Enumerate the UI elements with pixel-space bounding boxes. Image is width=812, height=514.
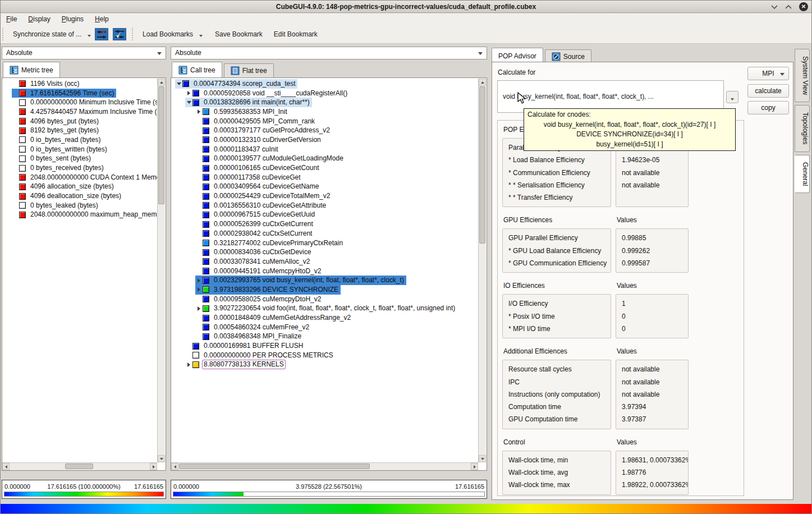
tree-item[interactable]: 0.00000169981 BUFFER FLUSH	[171, 341, 478, 351]
scrollbar-thumb[interactable]	[65, 463, 93, 469]
save-bookmark-button[interactable]: Save Bookmark	[210, 30, 267, 38]
expander-expanded-icon[interactable]	[185, 101, 192, 104]
tree-item[interactable]: 0.00138328696 int main(int, char**)	[171, 98, 478, 107]
scroll-down-icon[interactable]	[479, 455, 486, 462]
menu-file[interactable]: File	[6, 15, 17, 23]
tree-item[interactable]: 0 bytes_received (bytes)	[2, 163, 157, 173]
tree-item[interactable]: 0 bytes_leaked (bytes)	[2, 201, 157, 210]
tree-item[interactable]: 17.61616542596 Time (sec)	[2, 89, 157, 98]
tree-item[interactable]: 0.00000967515 cuDeviceGetUuid	[171, 210, 478, 220]
tree-item[interactable]: 3.90272230654 void foo(int, float, float…	[171, 304, 478, 314]
tree-item[interactable]: 0 bytes_sent (bytes)	[2, 154, 157, 164]
tree-item[interactable]: 0.00009445191 cuMemcpyHtoD_v2	[171, 267, 478, 276]
tree-item[interactable]: 0.00031797177 cuGetProcAddress_v2	[171, 126, 478, 135]
menu-plugins[interactable]: Plugins	[62, 15, 84, 23]
scroll-up-icon[interactable]	[158, 79, 165, 86]
tree-item[interactable]: 0.00384968348 MPI_Finalize	[171, 332, 478, 342]
tree-item[interactable]: 0.00001848409 cuMemGetAddressRange_v2	[171, 313, 478, 323]
expander-collapsed-icon[interactable]	[195, 278, 203, 283]
tree-item[interactable]: 0 io_bytes_read (bytes)	[2, 135, 157, 145]
minimize-icon[interactable]	[771, 4, 778, 9]
expander-collapsed-icon[interactable]	[195, 306, 203, 311]
tree-item[interactable]: 4096 allocation_size (bytes)	[2, 182, 157, 192]
expander-collapsed-icon[interactable]	[195, 287, 203, 292]
tree-item[interactable]: 4096 deallocation_size (bytes)	[2, 191, 157, 201]
menu-help[interactable]: Help	[95, 15, 109, 23]
tree-item[interactable]: 0.00047734394 scorep_cuda_test	[171, 79, 478, 89]
edit-bookmark-button[interactable]: Edit Bookmark	[269, 30, 322, 38]
chevron-down-icon[interactable]	[199, 35, 203, 37]
tree-item[interactable]: 0.00000834036 cuCtxGetDevice	[171, 247, 478, 257]
tab-call-tree[interactable]: Call tree	[172, 62, 222, 77]
tab-metric-tree[interactable]: Metric tree	[3, 62, 60, 77]
maximize-icon[interactable]	[785, 4, 792, 9]
tree-item[interactable]: 0.00136556310 cuDeviceGetAttribute	[171, 201, 478, 210]
tree-item[interactable]: 0.00000139577 cuModuleGetLoadingMode	[171, 154, 478, 164]
tree-item[interactable]: 0.00232993765 void busy_kernel(int, floa…	[171, 276, 478, 285]
scrollbar-thumb[interactable]	[479, 86, 485, 244]
expander-collapsed-icon[interactable]	[185, 91, 192, 95]
tree-item[interactable]: 0.00000526399 cuCtxGetCurrent	[171, 219, 478, 229]
side-tab-topologies[interactable]: Topologies	[795, 105, 810, 152]
side-tab-system-view[interactable]: System View	[795, 49, 810, 102]
scroll-left-icon[interactable]	[2, 463, 10, 470]
tree-item[interactable]: 1196 Visits (occ)	[2, 79, 157, 89]
expander-expanded-icon[interactable]	[175, 82, 182, 85]
sync-receive-button[interactable]	[112, 27, 127, 41]
tree-item[interactable]: 0.59935638353 MPI_Init	[171, 107, 478, 117]
scrollbar-thumb[interactable]	[158, 86, 164, 204]
tree-item[interactable]: 0.00054860324 cuMemFree_v2	[171, 323, 478, 332]
tree-item[interactable]: 3.97319833296 DEVICE SYNCHRONIZE	[171, 285, 478, 295]
cnode-dropdown-button[interactable]	[726, 91, 738, 103]
scroll-right-icon[interactable]	[471, 463, 478, 470]
tree-item[interactable]: 0.00033078341 cuMemAlloc_v2	[171, 257, 478, 267]
toolbar-handle[interactable]	[2, 28, 5, 40]
tab-flat-tree[interactable]: Flat tree	[224, 63, 274, 77]
sync-send-button[interactable]	[94, 27, 109, 41]
scroll-down-icon[interactable]	[158, 455, 165, 462]
scroll-right-icon[interactable]	[150, 463, 157, 470]
tree-item[interactable]: 0.00002938042 cuCtxSetCurrent	[171, 229, 478, 238]
tree-item[interactable]: 0.00009588025 cuMemcpyDtoH_v2	[171, 295, 478, 304]
calculate-button[interactable]: calculate	[747, 84, 789, 98]
tree-item[interactable]: 0.00000132310 cuDriverGetVersion	[171, 135, 478, 145]
metric-value-mode-combobox[interactable]: Absolute	[2, 47, 166, 59]
close-icon[interactable]: ✕	[799, 2, 808, 11]
tree-item[interactable]: 0.00000106165 cuDeviceGetCount	[171, 163, 478, 173]
tree-item[interactable]: 0.00000000000 Minimum Inclusive Time (s	[2, 98, 157, 107]
scroll-up-icon[interactable]	[479, 79, 486, 86]
tree-item[interactable]: 8.80807738133 KERNELS	[171, 360, 478, 370]
tree-item[interactable]: 0.32182774002 cuDevicePrimaryCtxRetain	[171, 238, 478, 248]
metric-horizontal-scrollbar[interactable]	[2, 462, 157, 470]
tree-item[interactable]: 0.00000429505 MPI_Comm_rank	[171, 117, 478, 126]
tree-item[interactable]: 0.00003409564 cuDeviceGetName	[171, 182, 478, 192]
chevron-down-icon[interactable]	[88, 35, 91, 37]
call-value-mode-combobox[interactable]: Absolute	[171, 47, 487, 59]
expander-collapsed-icon[interactable]	[195, 109, 203, 114]
tree-item[interactable]: 0.00000254429 cuDeviceTotalMem_v2	[171, 191, 478, 201]
tree-item[interactable]: 0.00001183437 cuInit	[171, 145, 478, 154]
metric-vertical-scrollbar[interactable]	[157, 79, 165, 462]
tree-item[interactable]: 0.00000000000 PER PROCESS METRICS	[171, 351, 478, 360]
tree-item[interactable]: 0.00000117358 cuDeviceGet	[171, 173, 478, 182]
tree-item[interactable]: 2048.00000000000 maximum_heap_memor	[2, 210, 157, 220]
scrollbar-thumb[interactable]	[179, 463, 370, 469]
tree-item[interactable]: 0 io_bytes_written (bytes)	[2, 145, 157, 154]
call-vertical-scrollbar[interactable]	[478, 79, 486, 462]
load-bookmarks-button[interactable]: Load Bookmarks	[138, 30, 198, 38]
paradigm-combobox[interactable]: MPI	[747, 67, 789, 80]
tree-item[interactable]: 0.00005920858 void __sti____cudaRegister…	[171, 89, 478, 98]
call-horizontal-scrollbar[interactable]	[171, 462, 478, 470]
tree-item[interactable]: 2048.00000000000 CUDA Context 1 Memor	[2, 173, 157, 182]
scroll-left-icon[interactable]	[171, 463, 178, 470]
tab-pop-advisor[interactable]: POP Advisor	[492, 48, 543, 63]
side-tab-general[interactable]: General	[795, 155, 810, 194]
tree-item[interactable]: 8192 bytes_get (bytes)	[2, 126, 157, 135]
menu-display[interactable]: Display	[28, 15, 50, 23]
tree-item[interactable]: 4.42578440457 Maximum Inclusive Time (s	[2, 107, 157, 117]
copy-button[interactable]: copy	[747, 101, 789, 114]
tree-item[interactable]: 4096 bytes_put (bytes)	[2, 117, 157, 126]
expander-collapsed-icon[interactable]	[185, 362, 192, 367]
synchronize-state-label[interactable]: Synchronize state of ...	[8, 30, 86, 38]
tree-item-label: 0.00000139577 cuModuleGetLoadingMode	[213, 154, 345, 163]
